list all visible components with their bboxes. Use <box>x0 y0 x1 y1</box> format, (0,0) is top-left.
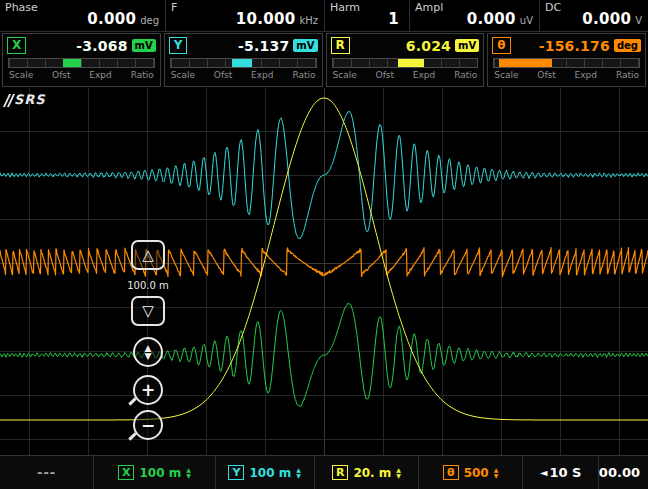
channel-r-letter-badge: R <box>331 37 350 54</box>
phase-param[interactable]: Phase 0.000deg <box>0 0 166 31</box>
channel-x-header[interactable]: X -3.068 mV <box>3 34 160 56</box>
channel-y-range-bar <box>170 58 317 68</box>
ratio-button[interactable]: Ratio <box>292 70 315 80</box>
plus-icon: + <box>141 382 155 399</box>
offset-value-label: 100.0 m <box>118 280 178 291</box>
amplitude-unit: uV <box>520 15 533 26</box>
waveform-plot[interactable]: SRS △ 100.0 m ▽ ▲▼ + − <box>0 88 648 455</box>
x-scale-value: 100 m <box>139 466 181 480</box>
offset-button[interactable]: Ofst <box>214 70 232 80</box>
channel-theta-value: -156.176 <box>539 38 610 54</box>
bottom-status-bar: --- X 100 m ▲▼ Y 100 m ▲▼ R 20. m ▲▼ θ 5… <box>0 455 648 489</box>
range-bar-segment <box>398 59 424 67</box>
frequency-value[interactable]: 10.000 <box>236 10 296 28</box>
amplitude-value[interactable]: 0.000 <box>467 10 516 28</box>
updown-arrows-icon: ▲▼ <box>145 344 152 360</box>
up-triangle-icon: △ <box>142 246 154 264</box>
r-scale-letter-badge: R <box>332 465 348 480</box>
channel-r-header[interactable]: R 6.024 mV <box>327 34 484 56</box>
frequency-label: F <box>171 1 177 14</box>
pan-updown-button[interactable]: ▲▼ <box>133 337 163 367</box>
expand-button[interactable]: Expd <box>413 70 435 80</box>
timebase-arrow-icon: ◄ <box>540 467 548 478</box>
channel-box-x[interactable]: X -3.068 mV Scale Ofst Expd Ratio <box>2 33 161 87</box>
expand-button[interactable]: Expd <box>251 70 273 80</box>
channel-theta-range-bar <box>493 58 640 68</box>
channel-theta-controls: Scale Ofst Expd Ratio <box>488 69 645 80</box>
trace-canvas <box>0 88 648 455</box>
amplitude-label: Ampl <box>415 1 443 14</box>
scale-button[interactable]: Scale <box>9 70 33 80</box>
range-up-button[interactable]: △ <box>131 240 165 270</box>
offset-button[interactable]: Ofst <box>537 70 555 80</box>
zoom-out-button[interactable]: − <box>133 410 163 440</box>
channel-y-controls: Scale Ofst Expd Ratio <box>165 69 322 80</box>
lockin-screen: Phase 0.000deg F 10.000kHz Harm 1 Ampl 0… <box>0 0 648 489</box>
channel-box-y[interactable]: Y -5.137 mV Scale Ofst Expd Ratio <box>164 33 323 87</box>
y-scale-letter-badge: Y <box>228 465 244 480</box>
phase-unit: deg <box>140 15 159 26</box>
channel-r-range-bar <box>332 58 479 68</box>
trace-select-label: --- <box>37 465 56 480</box>
channel-x-unit-badge: mV <box>132 39 156 52</box>
theta-scale-value: 500 <box>464 466 489 480</box>
r-scale-value: 20. m <box>353 466 391 480</box>
range-bar-segment <box>232 59 252 67</box>
frequency-param[interactable]: F 10.000kHz <box>166 0 325 31</box>
top-parameter-bar: Phase 0.000deg F 10.000kHz Harm 1 Ampl 0… <box>0 0 648 32</box>
trace-select-button[interactable]: --- <box>0 456 94 489</box>
phase-value[interactable]: 0.000 <box>87 10 136 28</box>
dc-value[interactable]: 0.000 <box>582 10 631 28</box>
channel-y-unit-badge: mV <box>293 39 317 52</box>
x-scale-spinner-icon[interactable]: ▲▼ <box>186 467 191 479</box>
channel-theta-letter-badge: θ <box>492 37 510 54</box>
timebase-control[interactable]: ◄ 10 S <box>523 456 598 489</box>
phase-label: Phase <box>5 1 38 14</box>
ratio-button[interactable]: Ratio <box>616 70 639 80</box>
channel-theta-unit-badge: deg <box>614 39 641 52</box>
channel-y-value: -5.137 <box>238 38 289 54</box>
range-bar-segment <box>499 59 553 67</box>
channel-box-r[interactable]: R 6.024 mV Scale Ofst Expd Ratio <box>326 33 485 87</box>
dc-param[interactable]: DC 0.000V <box>540 0 648 31</box>
range-bar-segment <box>63 59 82 67</box>
channel-y-letter-badge: Y <box>169 37 188 54</box>
ratio-button[interactable]: Ratio <box>454 70 477 80</box>
scale-button[interactable]: Scale <box>494 70 518 80</box>
channel-x-range-bar <box>8 58 155 68</box>
expand-button[interactable]: Expd <box>575 70 597 80</box>
ratio-button[interactable]: Ratio <box>131 70 154 80</box>
elapsed-time: 00.00 <box>599 465 648 480</box>
zoom-in-button[interactable]: + <box>133 375 163 405</box>
down-triangle-icon: ▽ <box>142 302 154 320</box>
offset-button[interactable]: Ofst <box>376 70 394 80</box>
theta-scale-spinner-icon[interactable]: ▲▼ <box>494 467 499 479</box>
y-scale-control[interactable]: Y 100 m ▲▼ <box>216 456 315 489</box>
harmonic-label: Harm <box>330 1 360 14</box>
srs-logo: SRS <box>6 92 46 107</box>
channel-r-value: 6.024 <box>406 38 451 54</box>
amplitude-param[interactable]: Ampl 0.000uV <box>410 0 540 31</box>
harmonic-param[interactable]: Harm 1 <box>325 0 410 31</box>
scale-button[interactable]: Scale <box>171 70 195 80</box>
x-scale-control[interactable]: X 100 m ▲▼ <box>94 456 215 489</box>
harmonic-value[interactable]: 1 <box>388 10 399 28</box>
y-scale-value: 100 m <box>249 466 291 480</box>
offset-button[interactable]: Ofst <box>52 70 70 80</box>
channel-r-controls: Scale Ofst Expd Ratio <box>327 69 484 80</box>
channel-row: X -3.068 mV Scale Ofst Expd Ratio Y -5.1… <box>0 32 648 88</box>
range-down-button[interactable]: ▽ <box>131 296 165 326</box>
scale-button[interactable]: Scale <box>333 70 357 80</box>
channel-box-theta[interactable]: θ -156.176 deg Scale Ofst Expd Ratio <box>487 33 646 87</box>
minus-icon: − <box>141 417 155 434</box>
r-scale-control[interactable]: R 20. m ▲▼ <box>315 456 419 489</box>
channel-y-header[interactable]: Y -5.137 mV <box>165 34 322 56</box>
channel-theta-header[interactable]: θ -156.176 deg <box>488 34 645 56</box>
r-scale-spinner-icon[interactable]: ▲▼ <box>396 467 401 479</box>
x-scale-letter-badge: X <box>118 465 134 480</box>
theta-scale-control[interactable]: θ 500 ▲▼ <box>419 456 523 489</box>
dc-label: DC <box>545 1 561 14</box>
timebase-value: 10 S <box>549 465 581 480</box>
y-scale-spinner-icon[interactable]: ▲▼ <box>296 467 301 479</box>
expand-button[interactable]: Expd <box>89 70 111 80</box>
